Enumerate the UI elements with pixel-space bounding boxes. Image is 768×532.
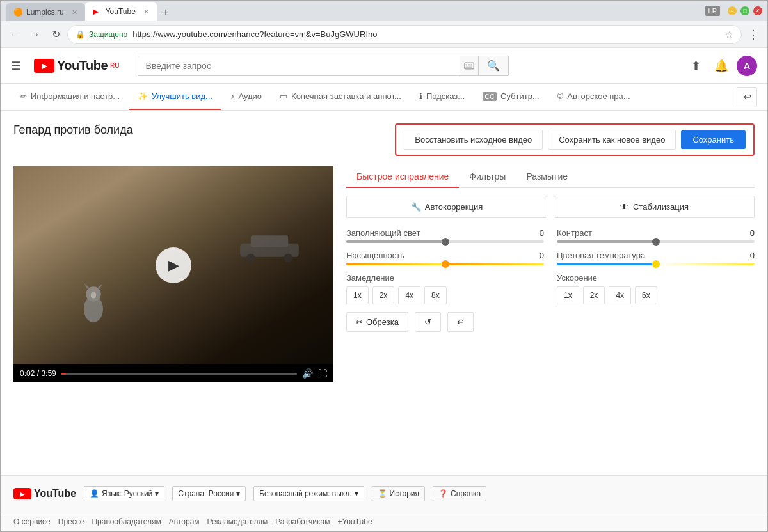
search-input[interactable] (138, 56, 460, 76)
time-current: 0:02 (20, 369, 35, 378)
hamburger-menu[interactable]: ☰ (11, 59, 21, 73)
footer-link-plus[interactable]: +YouTube (337, 517, 372, 526)
tab-lumpics[interactable]: 🟠 Lumpics.ru ✕ (6, 3, 85, 21)
slow-motion-buttons: 1x 2x 4x 8x (346, 286, 544, 304)
editor-tab-quick[interactable]: Быстрое исправление (346, 166, 459, 188)
yt-logo[interactable]: YouTubeRU (34, 58, 120, 73)
country-select[interactable]: Страна: Россия ▾ (172, 486, 246, 501)
safe-mode-chevron: ▾ (355, 489, 358, 498)
tab-cards[interactable]: ℹ Подсказ... (410, 84, 474, 110)
safe-mode-select[interactable]: Безопасный режим: выкл. ▾ (253, 486, 364, 501)
secure-icon: 🔒 (76, 30, 85, 39)
tab-endcard[interactable]: ▭ Конечная заставка и аннот... (271, 84, 410, 110)
svg-rect-2 (468, 64, 469, 65)
tab-subtitles[interactable]: CC Субтитр... (474, 84, 548, 110)
language-chevron: ▾ (155, 489, 159, 498)
editor-tab-blur[interactable]: Размытие (516, 166, 578, 188)
tab-copyright[interactable]: © Авторское пра... (548, 84, 639, 110)
fill-light-label: Заполняющий свет (346, 228, 420, 238)
history-link[interactable]: ⏳ История (372, 486, 426, 501)
url-bar[interactable]: 🔒 Защищено https://www.youtube.com/enhan… (67, 25, 742, 44)
fast-1x[interactable]: 1x (557, 286, 579, 304)
slow-4x[interactable]: 4x (398, 286, 420, 304)
history-label: История (390, 489, 420, 498)
saturation-label-row: Насыщенность 0 (346, 251, 544, 260)
undo-button[interactable]: ↩ (447, 312, 474, 332)
fill-light-track[interactable] (346, 240, 544, 243)
yt-header-right: ⬆ 🔔 A (685, 56, 757, 76)
fast-4x[interactable]: 4x (609, 286, 631, 304)
tab-info[interactable]: ✏ Информация и настр... (11, 84, 129, 110)
tab-close-lumpics[interactable]: ✕ (72, 8, 77, 17)
forward-button[interactable]: → (26, 26, 44, 43)
contrast-track[interactable] (557, 240, 755, 243)
notifications-button[interactable]: 🔔 (711, 56, 732, 76)
saturation-thumb[interactable] (442, 260, 449, 268)
contrast-thumb[interactable] (652, 238, 660, 246)
tab-close-youtube[interactable]: ✕ (143, 8, 149, 16)
fast-6x[interactable]: 6x (635, 286, 657, 304)
url-text: https://www.youtube.com/enhance?feature=… (132, 29, 720, 39)
color-temp-slider: Цветовая температура 0 (557, 251, 755, 265)
stabilize-button[interactable]: 👁 Стабилизация (554, 196, 755, 218)
language-select[interactable]: 👤 Язык: Русский ▾ (84, 486, 164, 501)
video-title: Гепард против болида (13, 123, 133, 137)
search-button[interactable]: 🔍 (478, 56, 509, 76)
color-temp-fill (557, 263, 656, 265)
browser-menu-button[interactable]: ⋮ (744, 26, 762, 43)
restore-button[interactable]: Восстановить исходное видео (404, 130, 543, 150)
edit-tabs: ✏ Информация и настр... ✨ Улучшить вид..… (1, 84, 767, 111)
play-button[interactable]: ▶ (156, 247, 191, 283)
autocorrect-button[interactable]: 🔧 Автокоррекция (346, 196, 547, 218)
svg-point-13 (284, 254, 292, 262)
yt-search-bar: 🔍 (138, 56, 509, 76)
svg-rect-3 (470, 64, 472, 65)
fill-light-thumb[interactable] (442, 238, 449, 246)
contrast-fill (557, 240, 656, 243)
color-temp-label-row: Цветовая температура 0 (557, 251, 755, 260)
minimize-button[interactable]: − (728, 6, 737, 15)
upload-button[interactable]: ⬆ (685, 56, 706, 76)
slow-8x[interactable]: 8x (424, 286, 447, 304)
sliders-grid: Заполняющий свет 0 Контраст 0 (346, 228, 755, 273)
footer-link-authors[interactable]: Авторам (169, 517, 200, 526)
maximize-button[interactable]: □ (740, 6, 749, 15)
user-avatar[interactable]: A (737, 56, 757, 76)
reload-button[interactable]: ↻ (47, 26, 65, 43)
fullscreen-button[interactable]: ⛶ (318, 368, 327, 379)
cards-icon: ℹ (419, 91, 422, 101)
footer-link-about[interactable]: О сервисе (13, 517, 51, 526)
saturation-track[interactable] (346, 263, 544, 265)
slow-2x[interactable]: 2x (372, 286, 395, 304)
volume-button[interactable]: 🔊 (302, 368, 313, 379)
slow-1x[interactable]: 1x (346, 286, 369, 304)
back-button[interactable]: ← (6, 26, 24, 43)
editor-tab-filters[interactable]: Фильтры (459, 166, 516, 188)
tab-enhance[interactable]: ✨ Улучшить вид... (129, 84, 221, 110)
save-button[interactable]: Сохранить (681, 130, 746, 149)
close-button[interactable]: ✕ (753, 6, 762, 15)
new-tab-button[interactable]: + (157, 3, 175, 21)
help-link[interactable]: ❓ Справка (433, 486, 486, 501)
fill-light-value: 0 (540, 228, 544, 238)
save-as-new-button[interactable]: Сохранить как новое видео (548, 130, 676, 150)
trim-button[interactable]: ✂ Обрезка (346, 312, 408, 332)
color-temp-thumb[interactable] (652, 260, 660, 268)
footer-link-press[interactable]: Прессе (58, 517, 84, 526)
back-tab-button[interactable]: ↩ (737, 87, 757, 107)
refresh-button[interactable]: ↺ (415, 312, 441, 332)
video-progress-bar[interactable] (61, 373, 297, 375)
speed-grid: Замедление 1x 2x 4x 8x Ускорение 1x (346, 273, 755, 304)
bottom-tools: ✂ Обрезка ↺ ↩ (346, 312, 755, 332)
footer-link-advertisers[interactable]: Рекламодателям (207, 517, 268, 526)
bookmark-button[interactable]: ☆ (725, 29, 733, 40)
footer-link-developers[interactable]: Разработчикам (275, 517, 330, 526)
stabilize-label: Стабилизация (633, 202, 689, 212)
footer-logo[interactable]: YouTube (13, 488, 76, 499)
tab-audio[interactable]: ♪ Аудио (221, 84, 271, 110)
subtitles-icon: CC (483, 92, 497, 101)
footer-link-copyright[interactable]: Правообладателям (92, 517, 161, 526)
fast-2x[interactable]: 2x (583, 286, 605, 304)
tab-youtube[interactable]: ▶ YouTube ✕ (85, 2, 157, 21)
color-temp-track[interactable] (557, 263, 755, 265)
